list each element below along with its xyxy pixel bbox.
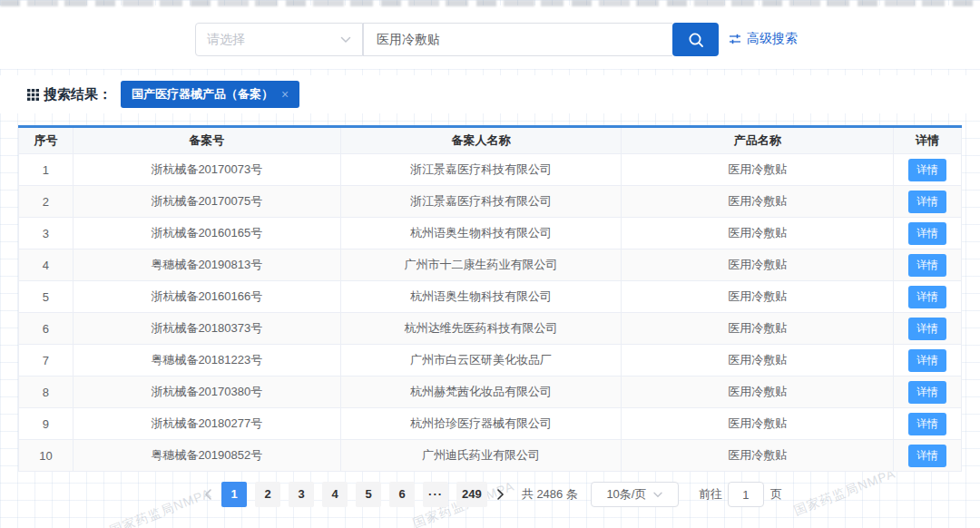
detail-button[interactable]: 详情 (908, 413, 946, 435)
table-row: 5 浙杭械备20160166号 杭州语奥生物科技有限公司 医用冷敷贴 详情 (19, 281, 962, 313)
page-button[interactable]: 5 (356, 482, 381, 507)
registration-number: 粤穗械备20190852号 (73, 440, 340, 472)
detail-cell: 详情 (894, 313, 962, 345)
detail-button[interactable]: 详情 (908, 222, 946, 245)
detail-button[interactable]: 详情 (908, 381, 946, 404)
row-index: 6 (19, 313, 74, 345)
filter-tag[interactable]: 国产医疗器械产品（备案） × (121, 81, 299, 108)
keyword-input[interactable] (363, 23, 672, 56)
product-name: 医用冷敷贴 (622, 249, 894, 281)
table-body: 1 浙杭械备20170073号 浙江景嘉医疗科技有限公司 医用冷敷贴 详情 2 … (19, 154, 962, 472)
registration-number: 浙杭械备20170380号 (73, 376, 340, 408)
page-size-select[interactable]: 10条/页 (591, 482, 679, 507)
page-button[interactable]: 1 (221, 482, 247, 507)
product-name: 医用冷敷贴 (622, 186, 894, 218)
column-header-product: 产品名称 (622, 127, 894, 154)
product-name: 医用冷敷贴 (622, 154, 894, 186)
search-button[interactable] (672, 23, 719, 56)
chevron-down-icon (653, 492, 662, 498)
table-row: 1 浙杭械备20170073号 浙江景嘉医疗科技有限公司 医用冷敷贴 详情 (19, 154, 962, 186)
grid-icon (27, 89, 39, 101)
registration-number: 浙杭械备20160165号 (73, 218, 340, 249)
page-root: 国家药监局NMPA 国家药监局NMPA 国家药监局NMPA 请选择 高级搜索 搜… (0, 0, 980, 528)
page-button[interactable]: 249 (456, 482, 487, 507)
search-results-header: 搜索结果： 国产医疗器械产品（备案） × (0, 75, 980, 113)
table-row: 7 粤穗械备20181223号 广州市白云区研美化妆品厂 医用冷敷贴 详情 (19, 345, 962, 376)
detail-cell: 详情 (894, 281, 962, 313)
row-index: 4 (19, 249, 74, 281)
registrant-name: 广州市十二康生药业有限公司 (340, 249, 622, 281)
filter-icon (729, 33, 741, 45)
table-row: 8 浙杭械备20170380号 杭州赫梵茜化妆品有限公司 医用冷敷贴 详情 (19, 376, 962, 408)
registration-number: 浙杭械备20160166号 (73, 281, 340, 313)
registrant-name: 广州市白云区研美化妆品厂 (340, 345, 622, 376)
detail-button[interactable]: 详情 (908, 286, 946, 308)
detail-cell: 详情 (894, 154, 962, 186)
table-row: 10 粤穗械备20190852号 广州迪氏药业有限公司 医用冷敷贴 详情 (19, 440, 962, 472)
row-index: 5 (19, 281, 74, 313)
goto-page-suffix: 页 (770, 486, 782, 503)
product-name: 医用冷敷贴 (622, 218, 894, 249)
product-name: 医用冷敷贴 (622, 345, 894, 376)
cropped-nav-remnant (0, 0, 980, 6)
pagination-pages: 1 2 3 4 5 6 ··· 249 (221, 482, 487, 507)
chevron-right-icon (496, 489, 505, 500)
table-header-row: 序号 备案号 备案人名称 产品名称 详情 (19, 127, 962, 154)
detail-button[interactable]: 详情 (908, 254, 946, 277)
next-page-button[interactable] (491, 482, 511, 507)
detail-cell: 详情 (894, 249, 962, 281)
registrant-name: 浙江景嘉医疗科技有限公司 (340, 186, 622, 218)
page-size-value: 10条/页 (606, 486, 646, 503)
category-select-placeholder: 请选择 (207, 32, 340, 48)
detail-button[interactable]: 详情 (908, 445, 946, 467)
registration-number: 浙杭械备20180277号 (73, 408, 340, 440)
registration-number: 浙杭械备20180373号 (73, 313, 340, 345)
advanced-search-link[interactable]: 高级搜索 (729, 31, 798, 47)
prev-page-button[interactable] (198, 482, 218, 507)
detail-button[interactable]: 详情 (908, 349, 946, 372)
chevron-left-icon (204, 489, 212, 500)
detail-button[interactable]: 详情 (908, 318, 946, 340)
page-button[interactable]: 6 (389, 482, 415, 507)
column-header-index: 序号 (19, 127, 74, 154)
close-icon[interactable]: × (281, 87, 289, 102)
detail-button[interactable]: 详情 (908, 159, 946, 181)
registration-number: 浙杭械备20170075号 (73, 186, 340, 218)
table-row: 4 粤穗械备20190813号 广州市十二康生药业有限公司 医用冷敷贴 详情 (19, 249, 962, 281)
product-name: 医用冷敷贴 (622, 313, 894, 345)
search-icon (687, 31, 705, 49)
product-name: 医用冷敷贴 (622, 440, 894, 472)
table-row: 3 浙杭械备20160165号 杭州语奥生物科技有限公司 医用冷敷贴 详情 (19, 218, 962, 249)
column-header-reg-number: 备案号 (73, 127, 340, 154)
table-row: 2 浙杭械备20170075号 浙江景嘉医疗科技有限公司 医用冷敷贴 详情 (19, 186, 962, 218)
registrant-name: 杭州赫梵茜化妆品有限公司 (340, 376, 622, 408)
total-count: 共 2486 条 (522, 486, 578, 503)
results-label: 搜索结果： (44, 86, 112, 103)
detail-cell: 详情 (894, 376, 962, 408)
column-header-registrant: 备案人名称 (340, 127, 622, 154)
registration-number: 粤穗械备20190813号 (73, 249, 340, 281)
product-name: 医用冷敷贴 (622, 281, 894, 313)
row-index: 9 (19, 408, 74, 440)
page-button[interactable]: 3 (289, 482, 314, 507)
registration-number: 浙杭械备20170073号 (73, 154, 340, 186)
pagination: 1 2 3 4 5 6 ··· 249 共 2486 条 10条/页 前往 页 (0, 482, 980, 507)
product-name: 医用冷敷贴 (622, 376, 894, 408)
page-button[interactable]: ··· (423, 482, 448, 507)
registration-number: 粤穗械备20181223号 (73, 345, 340, 376)
row-index: 8 (19, 376, 74, 408)
goto-page-input[interactable] (728, 482, 764, 507)
page-button[interactable]: 2 (255, 482, 280, 507)
detail-cell: 详情 (894, 345, 962, 376)
registrant-name: 杭州拾珍医疗器械有限公司 (340, 408, 622, 440)
registrant-name: 浙江景嘉医疗科技有限公司 (340, 154, 622, 186)
detail-button[interactable]: 详情 (908, 191, 946, 213)
row-index: 2 (19, 186, 74, 218)
category-select[interactable]: 请选择 (195, 23, 363, 56)
detail-cell: 详情 (894, 408, 962, 440)
detail-cell: 详情 (894, 440, 962, 472)
row-index: 10 (19, 440, 74, 472)
row-index: 1 (19, 154, 74, 186)
table-row: 9 浙杭械备20180277号 杭州拾珍医疗器械有限公司 医用冷敷贴 详情 (19, 408, 962, 440)
page-button[interactable]: 4 (322, 482, 348, 507)
